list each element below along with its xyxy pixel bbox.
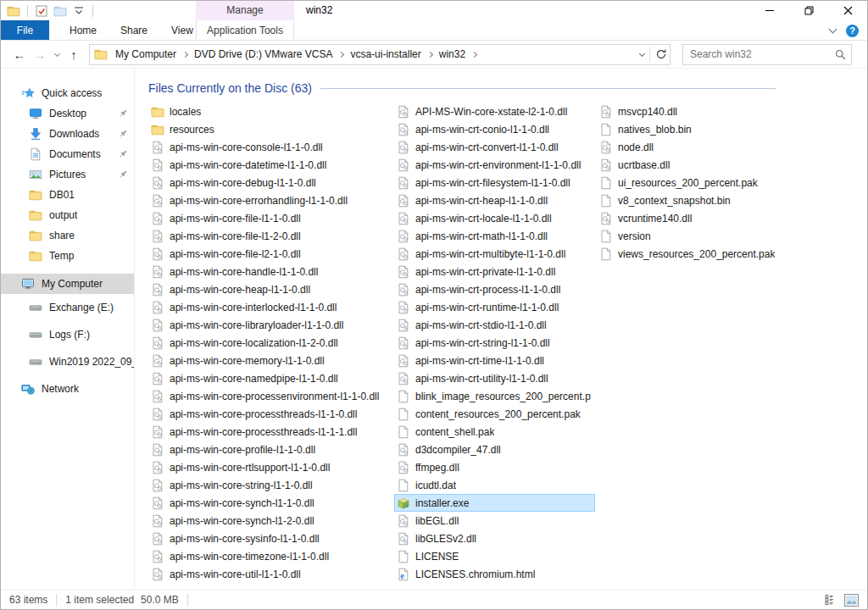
minimize-button[interactable]	[750, 1, 789, 20]
forward-button[interactable]: →	[30, 47, 50, 62]
recent-locations-icon[interactable]	[50, 53, 64, 56]
refresh-icon[interactable]	[655, 48, 667, 60]
file-item[interactable]: api-ms-win-crt-conio-l1-1-0.dll	[394, 120, 595, 138]
file-item[interactable]: api-ms-win-core-libraryloader-l1-1-0.dll	[148, 316, 392, 334]
tab-home[interactable]: Home	[58, 20, 108, 40]
file-item[interactable]: api-ms-win-core-processthreads-l1-1-1.dl…	[148, 423, 392, 441]
file-item[interactable]: api-ms-win-core-synch-l1-2-0.dll	[148, 512, 392, 530]
search-input[interactable]	[683, 45, 851, 64]
file-group-header[interactable]: Files Currently on the Disc (63)	[148, 81, 776, 95]
back-button[interactable]: ←	[9, 47, 30, 62]
details-view-icon[interactable]	[823, 592, 838, 607]
file-item[interactable]: api-ms-win-core-processenvironment-l1-1-…	[148, 387, 392, 405]
sidebar-item-quick-access[interactable]: Quick access	[1, 83, 134, 103]
tab-file[interactable]: File	[1, 20, 49, 40]
properties-icon[interactable]	[34, 3, 49, 19]
manage-contextual-header[interactable]: Manage	[196, 1, 294, 20]
folder-item[interactable]: locales	[148, 103, 392, 120]
file-item[interactable]: api-ms-win-core-namedpipe-l1-1-0.dll	[148, 369, 392, 387]
file-item[interactable]: api-ms-win-core-localization-l1-2-0.dll	[148, 334, 392, 352]
file-item[interactable]: api-ms-win-core-profile-l1-1-0.dll	[148, 441, 392, 458]
file-item[interactable]: libGLESv2.dll	[394, 530, 595, 547]
sidebar-item-share[interactable]: share	[1, 225, 134, 246]
file-item[interactable]: api-ms-win-core-heap-l1-1-0.dll	[148, 280, 392, 298]
file-item[interactable]: api-ms-win-crt-utility-l1-1-0.dll	[394, 369, 595, 387]
sidebar-item-pictures[interactable]: Pictures	[1, 164, 134, 185]
file-item[interactable]: ffmpeg.dll	[394, 458, 595, 476]
file-item[interactable]: api-ms-win-core-interlocked-l1-1-0.dll	[148, 298, 392, 316]
file-item[interactable]: api-ms-win-core-processthreads-l1-1-0.dl…	[148, 405, 392, 423]
file-item[interactable]: d3dcompiler_47.dll	[394, 441, 595, 458]
file-item[interactable]: ui_resources_200_percent.pak	[597, 174, 858, 191]
file-item[interactable]: api-ms-win-crt-environment-l1-1-0.dll	[394, 156, 595, 174]
sidebar-item-temp[interactable]: Temp	[1, 246, 134, 266]
address-bar[interactable]: My ComputerDVD Drive (D:) VMware VCSAvcs…	[89, 44, 670, 65]
file-item[interactable]: api-ms-win-core-errorhandling-l1-1-0.dll	[148, 191, 392, 209]
file-item[interactable]: API-MS-Win-core-xstate-l2-1-0.dll	[394, 103, 595, 120]
file-item[interactable]: api-ms-win-core-memory-l1-1-0.dll	[148, 352, 392, 369]
sidebar-item-win2019-2022-09-27[interactable]: Win2019 2022_09_27 (	[1, 348, 134, 375]
new-folder-icon[interactable]	[53, 3, 68, 19]
file-item[interactable]: blink_image_resources_200_percent.pak	[394, 387, 595, 405]
file-item[interactable]: api-ms-win-crt-private-l1-1-0.dll	[394, 263, 595, 280]
folder-item[interactable]: resources	[148, 120, 392, 138]
breadcrumb-chevron-icon[interactable]	[427, 51, 433, 57]
address-dropdown-icon[interactable]	[639, 50, 645, 56]
file-item[interactable]: content_shell.pak	[394, 423, 595, 441]
up-button[interactable]: ↑	[64, 47, 84, 62]
sidebar-item-downloads[interactable]: Downloads	[1, 124, 134, 144]
file-item[interactable]: api-ms-win-core-debug-l1-1-0.dll	[148, 174, 392, 191]
breadcrumb-item[interactable]: vcsa-ui-installer	[344, 48, 426, 60]
sidebar-item-logs-f[interactable]: Logs (F:)	[1, 321, 134, 348]
file-item[interactable]: api-ms-win-core-file-l1-1-0.dll	[148, 209, 392, 227]
file-item[interactable]: api-ms-win-crt-process-l1-1-0.dll	[394, 280, 595, 298]
file-item[interactable]: ucrtbase.dll	[597, 156, 858, 174]
file-item[interactable]: api-ms-win-core-file-l1-2-0.dll	[148, 227, 392, 245]
search-icon[interactable]	[834, 48, 847, 61]
customize-qat-dropdown-icon[interactable]	[71, 3, 86, 19]
sidebar-item-desktop[interactable]: Desktop	[1, 103, 134, 124]
file-item[interactable]: api-ms-win-crt-runtime-l1-1-0.dll	[394, 298, 595, 316]
file-item[interactable]: api-ms-win-core-console-l1-1-0.dll	[148, 138, 392, 156]
file-item[interactable]: api-ms-win-core-file-l2-1-0.dll	[148, 245, 392, 263]
file-item[interactable]: node.dll	[597, 138, 858, 156]
file-item[interactable]: natives_blob.bin	[597, 120, 858, 138]
breadcrumb-item[interactable]: My Computer	[109, 48, 182, 60]
restore-button[interactable]	[789, 1, 828, 20]
file-item[interactable]: api-ms-win-core-sysinfo-l1-1-0.dll	[148, 530, 392, 547]
file-item[interactable]: api-ms-win-crt-string-l1-1-0.dll	[394, 334, 595, 352]
close-button[interactable]	[828, 1, 867, 20]
file-item[interactable]: api-ms-win-core-string-l1-1-0.dll	[148, 476, 392, 494]
file-item[interactable]: installer.exe	[394, 494, 595, 512]
file-item[interactable]: views_resources_200_percent.pak	[597, 245, 858, 263]
file-item[interactable]: api-ms-win-core-datetime-l1-1-0.dll	[148, 156, 392, 174]
file-item[interactable]: icudtl.dat	[394, 476, 595, 494]
file-item[interactable]: api-ms-win-core-synch-l1-1-0.dll	[148, 494, 392, 512]
file-item[interactable]: eLICENSES.chromium.html	[394, 565, 595, 583]
file-item[interactable]: libEGL.dll	[394, 512, 595, 530]
file-item[interactable]: api-ms-win-crt-filesystem-l1-1-0.dll	[394, 174, 595, 191]
sidebar-item-documents[interactable]: Documents	[1, 144, 134, 164]
breadcrumb-item[interactable]: DVD Drive (D:) VMware VCSA	[188, 48, 338, 60]
file-item[interactable]: version	[597, 227, 858, 245]
file-item[interactable]: api-ms-win-core-timezone-l1-1-0.dll	[148, 547, 392, 565]
explorer-folder-icon[interactable]	[6, 3, 21, 19]
file-item[interactable]: content_resources_200_percent.pak	[394, 405, 595, 423]
file-item[interactable]: v8_context_snapshot.bin	[597, 191, 858, 209]
file-item[interactable]: api-ms-win-crt-math-l1-1-0.dll	[394, 227, 595, 245]
sidebar-item-db01[interactable]: DB01	[1, 185, 134, 205]
file-item[interactable]: api-ms-win-crt-time-l1-1-0.dll	[394, 352, 595, 369]
sidebar-item-output[interactable]: output	[1, 205, 134, 225]
sidebar-item-exchange-e[interactable]: Exchange (E:)	[1, 294, 134, 321]
tab-application-tools[interactable]: Application Tools	[196, 20, 294, 41]
expand-ribbon-icon[interactable]	[829, 25, 837, 34]
file-item[interactable]: api-ms-win-core-handle-l1-1-0.dll	[148, 263, 392, 280]
file-item[interactable]: api-ms-win-crt-heap-l1-1-0.dll	[394, 191, 595, 209]
help-icon[interactable]: ?	[846, 25, 859, 37]
file-item[interactable]: api-ms-win-core-rtlsupport-l1-1-0.dll	[148, 458, 392, 476]
file-item[interactable]: api-ms-win-crt-stdio-l1-1-0.dll	[394, 316, 595, 334]
large-icons-view-icon[interactable]	[843, 592, 859, 607]
file-item[interactable]: api-ms-win-crt-multibyte-l1-1-0.dll	[394, 245, 595, 263]
breadcrumb-chevron-icon[interactable]	[471, 51, 477, 57]
file-item[interactable]: vcruntime140.dll	[597, 209, 858, 227]
